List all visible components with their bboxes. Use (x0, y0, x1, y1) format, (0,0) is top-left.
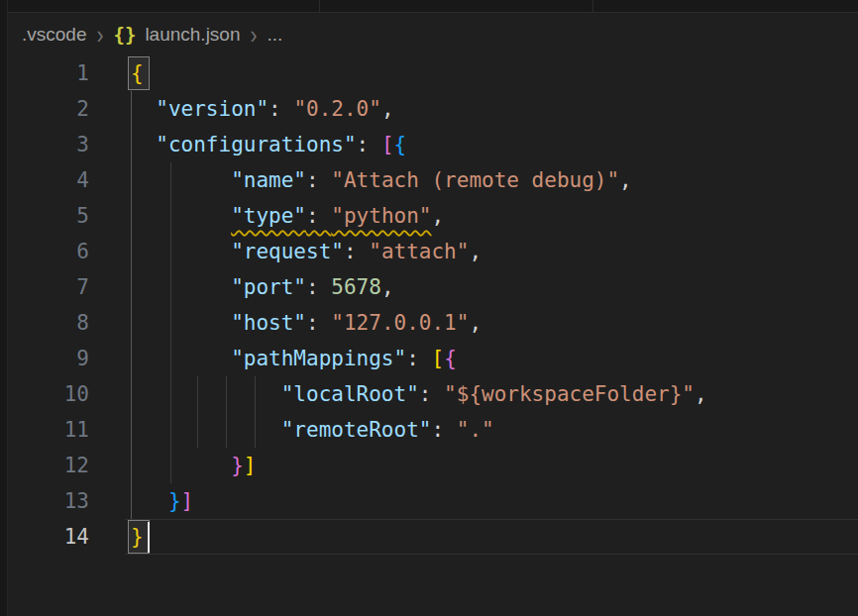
indent-guide (226, 376, 227, 448)
token: { (444, 347, 457, 370)
token: ] (244, 454, 257, 477)
code-line[interactable]: 4 "name": "Attach (remote debug)", (0, 162, 858, 198)
token: "port" (231, 275, 306, 299)
token (131, 133, 156, 156)
code-line[interactable]: 10 "localRoot": "${workspaceFolder}", (0, 376, 858, 412)
code-line-content[interactable]: "configurations": [{ (89, 127, 406, 162)
breadcrumb-item-symbol-ellipsis[interactable]: ... (268, 24, 283, 46)
token: : (357, 133, 381, 156)
token: : (306, 168, 331, 192)
token: : (268, 97, 293, 121)
code-line-content[interactable]: "type": "python", (89, 198, 444, 234)
token-warning-underlined: "type" (231, 204, 306, 228)
code-line[interactable]: 3 "configurations": [{ (0, 127, 858, 162)
line-number[interactable]: 13 (8, 483, 89, 519)
token: , (469, 240, 482, 263)
token (131, 347, 231, 370)
token (131, 97, 156, 121)
token: } (231, 454, 244, 477)
token (131, 418, 281, 442)
tab-stub[interactable] (593, 0, 858, 12)
breadcrumb: .vscode › {} launch.json › ... (8, 14, 282, 55)
line-number[interactable]: 2 (8, 91, 89, 127)
code-line-content[interactable]: "port": 5678, (89, 269, 394, 305)
vscode-window: .vscode › {} launch.json › ... 1 { 2 "ve… (0, 0, 858, 616)
line-number[interactable]: 12 (8, 448, 89, 483)
code-line[interactable]: 2 "version": "0.2.0", (0, 91, 858, 127)
token (131, 489, 168, 513)
sidebar-edge (0, 0, 8, 616)
token: "name" (231, 168, 306, 192)
bracket-match-box (128, 56, 150, 90)
code-line[interactable]: 5 "type": "python", (0, 198, 858, 234)
line-number[interactable]: 5 (8, 198, 89, 234)
token: "attach" (369, 240, 469, 263)
token: "pathMappings" (231, 347, 406, 370)
token: , (469, 311, 482, 335)
bracket-match-box (128, 520, 150, 554)
token: : (306, 311, 331, 335)
code-line-content[interactable]: "pathMappings": [{ (89, 341, 457, 376)
code-line[interactable]: 12 }] (0, 448, 858, 483)
token: 5678 (331, 275, 381, 299)
tab-stub[interactable] (320, 0, 593, 12)
line-number[interactable]: 11 (8, 412, 89, 448)
token-warning-underlined: : (306, 204, 331, 228)
token: , (619, 168, 632, 192)
token: "localRoot" (281, 382, 419, 406)
code-line-content[interactable]: }] (89, 483, 193, 519)
breadcrumb-item-vscode[interactable]: .vscode (22, 24, 86, 46)
token: : (419, 382, 444, 406)
token: { (394, 133, 407, 156)
token (131, 311, 231, 335)
token (131, 204, 231, 228)
line-number[interactable]: 4 (8, 162, 89, 198)
code-line-content[interactable]: "version": "0.2.0", (89, 91, 394, 127)
code-line-content[interactable]: "host": "127.0.0.1", (89, 305, 482, 341)
current-line-highlight (125, 519, 858, 555)
line-number[interactable]: 9 (8, 341, 89, 376)
breadcrumb-item-filename[interactable]: launch.json (145, 24, 240, 46)
code-line-content[interactable]: "remoteRoot": "." (89, 412, 494, 448)
code-editor[interactable]: 1 { 2 "version": "0.2.0", 3 "configurati… (0, 55, 858, 555)
token: "." (457, 418, 494, 442)
line-number[interactable]: 7 (8, 269, 89, 305)
code-line[interactable]: 13 }] (0, 483, 858, 519)
token: "configurations" (156, 133, 356, 156)
token: , (695, 382, 707, 406)
line-number[interactable]: 8 (8, 305, 89, 341)
code-line-content[interactable]: "request": "attach", (89, 234, 482, 269)
indent-guide (197, 376, 198, 448)
code-line[interactable]: 8 "host": "127.0.0.1", (0, 305, 858, 341)
token: "${workspaceFolder}" (444, 382, 695, 406)
text-cursor (148, 522, 150, 553)
token: "host" (231, 311, 306, 335)
token: [ (381, 133, 394, 156)
indent-guide (170, 162, 171, 483)
code-line[interactable]: 7 "port": 5678, (0, 269, 858, 305)
token-warning-underlined: "python" (331, 204, 431, 228)
code-line-content[interactable]: }] (89, 448, 256, 483)
line-number[interactable]: 3 (8, 127, 89, 162)
code-line-content[interactable]: "localRoot": "${workspaceFolder}", (89, 376, 707, 412)
tab-stub[interactable] (0, 0, 320, 12)
code-line[interactable]: 6 "request": "attach", (0, 234, 858, 269)
line-number[interactable]: 14 (8, 519, 89, 555)
tab-bar (0, 0, 858, 13)
token: : (406, 347, 431, 370)
line-number[interactable]: 10 (8, 376, 89, 412)
token: "Attach (remote debug)" (331, 168, 619, 192)
token: , (381, 97, 394, 121)
code-line[interactable]: 11 "remoteRoot": "." (0, 412, 858, 448)
chevron-right-icon: › (250, 20, 259, 50)
code-line[interactable]: 9 "pathMappings": [{ (0, 341, 858, 376)
token: "request" (231, 240, 344, 263)
line-number[interactable]: 6 (8, 234, 89, 269)
token: ] (181, 489, 194, 513)
chevron-right-icon: › (95, 20, 104, 50)
token (131, 454, 231, 477)
line-number[interactable]: 1 (8, 55, 89, 91)
token (131, 275, 231, 299)
token: : (306, 275, 331, 299)
token: "127.0.0.1" (331, 311, 469, 335)
